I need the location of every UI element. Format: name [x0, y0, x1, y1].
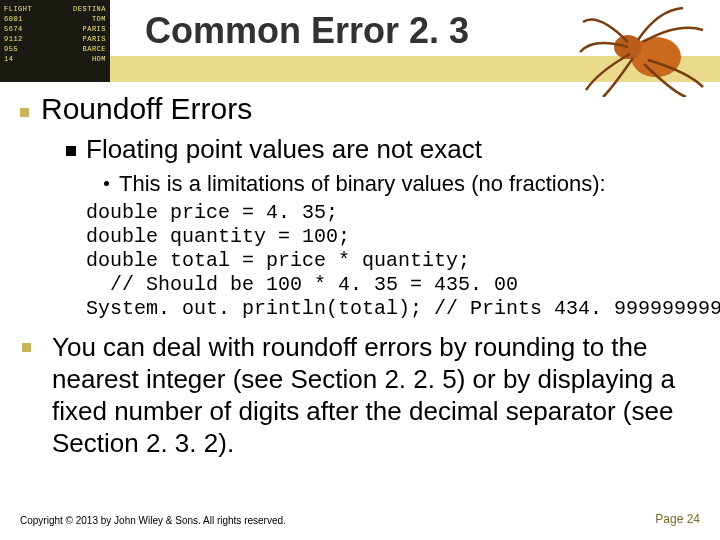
board-cell: PARIS: [82, 24, 106, 34]
code-block: double price = 4. 35; double quantity = …: [86, 201, 700, 321]
content-area: Roundoff Errors Floating point values ar…: [20, 92, 700, 459]
board-cell: 9112: [4, 34, 23, 44]
bullet-text: Floating point values are not exact: [86, 134, 482, 164]
square-bullet-icon: [22, 343, 31, 352]
bullet-text: This is a limitations of binary values (…: [119, 171, 606, 196]
bullet-level-3: This is a limitations of binary values (…: [104, 171, 700, 197]
paragraph-text: You can deal with roundoff errors by rou…: [52, 332, 675, 458]
bullet-level-1: You can deal with roundoff errors by rou…: [52, 331, 690, 459]
board-cell: 5674: [4, 24, 23, 34]
bullet-level-2: Floating point values are not exact: [66, 134, 700, 165]
bullet-level-1: Roundoff Errors: [20, 92, 700, 126]
page-number: Page 24: [655, 512, 700, 526]
board-cell: DESTINA: [73, 4, 106, 14]
square-bullet-icon: [66, 146, 76, 156]
board-cell: FLIGHT: [4, 4, 32, 14]
bullet-text: Roundoff Errors: [41, 92, 252, 125]
board-cell: 14: [4, 54, 13, 64]
copyright-text: Copyright © 2013 by John Wiley & Sons. A…: [20, 515, 286, 526]
board-cell: 955: [4, 44, 18, 54]
board-cell: 6001: [4, 14, 23, 24]
slide-title: Common Error 2. 3: [145, 10, 469, 52]
board-cell: PARIS: [82, 34, 106, 44]
slide: FLIGHTDESTINA 6001TOM 5674PARIS 9112PARI…: [0, 0, 720, 540]
board-cell: BARCE: [82, 44, 106, 54]
departure-board-image: FLIGHTDESTINA 6001TOM 5674PARIS 9112PARI…: [0, 0, 110, 82]
spider-icon: [578, 2, 708, 97]
board-cell: HOM: [92, 54, 106, 64]
dot-bullet-icon: [104, 181, 109, 186]
board-cell: TOM: [92, 14, 106, 24]
square-bullet-icon: [20, 108, 29, 117]
